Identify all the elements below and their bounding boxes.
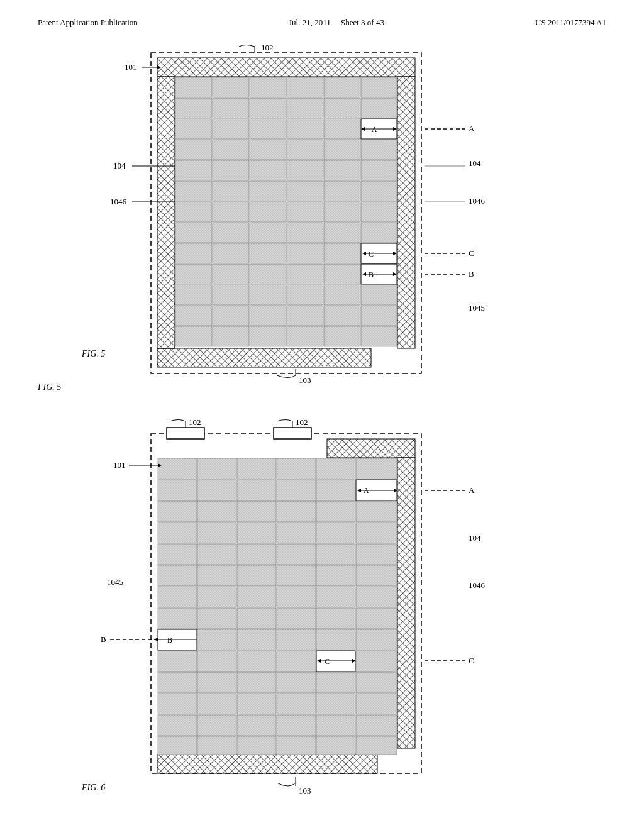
svg-rect-52 <box>287 181 323 201</box>
svg-rect-146 <box>237 480 276 501</box>
svg-text:C: C <box>469 248 474 258</box>
svg-rect-88 <box>213 285 249 305</box>
svg-rect-224 <box>237 715 276 736</box>
svg-rect-27 <box>175 119 212 139</box>
svg-rect-187 <box>277 608 316 629</box>
svg-rect-102 <box>287 326 323 346</box>
figure-6-block: A <box>75 415 566 811</box>
svg-rect-71 <box>324 243 360 263</box>
svg-rect-231 <box>277 736 316 755</box>
svg-rect-148 <box>316 480 355 501</box>
svg-rect-177 <box>356 565 397 586</box>
svg-rect-20 <box>361 77 397 97</box>
svg-rect-50 <box>213 181 249 201</box>
svg-rect-147 <box>277 480 316 501</box>
svg-text:C: C <box>469 656 474 665</box>
svg-rect-41 <box>324 140 360 160</box>
svg-rect-180 <box>237 587 276 607</box>
patent-header: Patent Application Publication Jul. 21, … <box>0 0 644 34</box>
svg-text:B: B <box>101 634 106 644</box>
svg-rect-79 <box>250 264 286 284</box>
svg-rect-230 <box>237 736 276 755</box>
svg-rect-133 <box>327 439 415 458</box>
svg-rect-17 <box>250 77 286 97</box>
fig5-diagram: cells A <box>75 40 566 401</box>
svg-text:B: B <box>167 636 172 645</box>
svg-rect-217 <box>197 694 236 714</box>
svg-rect-13 <box>157 77 175 348</box>
svg-rect-188 <box>316 608 355 629</box>
svg-rect-67 <box>175 243 212 263</box>
svg-rect-101 <box>250 326 286 346</box>
svg-rect-162 <box>237 523 276 543</box>
svg-rect-174 <box>237 565 276 586</box>
svg-rect-96 <box>287 306 323 326</box>
svg-rect-233 <box>356 736 397 755</box>
svg-rect-65 <box>324 223 360 243</box>
fig5-label: FIG. 5 <box>38 382 61 392</box>
svg-text:A: A <box>469 124 475 133</box>
svg-rect-229 <box>197 736 236 755</box>
svg-rect-155 <box>197 501 236 522</box>
svg-rect-168 <box>237 544 276 565</box>
svg-rect-26 <box>361 98 397 118</box>
svg-rect-172 <box>158 565 197 586</box>
svg-rect-182 <box>316 587 355 607</box>
svg-rect-59 <box>324 202 360 222</box>
svg-rect-159 <box>356 501 397 522</box>
svg-rect-209 <box>356 651 397 672</box>
svg-rect-68 <box>213 243 249 263</box>
svg-text:C: C <box>369 250 374 258</box>
svg-rect-161 <box>197 523 236 543</box>
svg-rect-22 <box>213 98 249 118</box>
header-sheet: Sheet 3 of 43 <box>341 18 384 27</box>
svg-rect-218 <box>237 694 276 714</box>
svg-rect-216 <box>158 694 197 714</box>
svg-rect-157 <box>277 501 316 522</box>
svg-rect-53 <box>324 181 360 201</box>
svg-rect-145 <box>197 480 236 501</box>
svg-rect-66 <box>361 223 397 243</box>
svg-rect-137 <box>274 428 311 439</box>
svg-text:104: 104 <box>469 533 481 543</box>
svg-rect-203 <box>277 651 316 672</box>
svg-rect-134 <box>397 458 415 748</box>
svg-rect-29 <box>250 119 286 139</box>
svg-rect-37 <box>175 140 212 160</box>
svg-rect-69 <box>250 243 286 263</box>
svg-rect-14 <box>397 77 415 348</box>
header-date: Jul. 21, 2011 <box>289 18 331 27</box>
svg-rect-140 <box>237 458 276 479</box>
svg-rect-189 <box>356 608 397 629</box>
svg-rect-138 <box>158 458 197 479</box>
svg-rect-100 <box>213 326 249 346</box>
svg-rect-160 <box>158 523 197 543</box>
svg-rect-38 <box>213 140 249 160</box>
svg-rect-228 <box>158 736 197 755</box>
svg-text:B: B <box>469 269 474 279</box>
svg-rect-158 <box>316 501 355 522</box>
svg-rect-51 <box>250 181 286 201</box>
svg-rect-11 <box>157 58 415 77</box>
svg-rect-54 <box>361 181 397 201</box>
svg-rect-19 <box>324 77 360 97</box>
svg-rect-18 <box>287 77 323 97</box>
svg-rect-95 <box>250 306 286 326</box>
svg-rect-55 <box>175 202 212 222</box>
svg-rect-173 <box>197 565 236 586</box>
svg-rect-183 <box>356 587 397 607</box>
svg-rect-142 <box>316 458 355 479</box>
svg-rect-181 <box>277 587 316 607</box>
svg-rect-141 <box>277 458 316 479</box>
svg-rect-39 <box>250 140 286 160</box>
svg-rect-49 <box>175 181 212 201</box>
svg-rect-163 <box>277 523 316 543</box>
svg-rect-12 <box>157 348 371 367</box>
svg-rect-213 <box>277 672 316 693</box>
svg-text:104: 104 <box>469 158 481 168</box>
svg-rect-215 <box>356 672 397 693</box>
svg-rect-169 <box>277 544 316 565</box>
svg-rect-24 <box>287 98 323 118</box>
svg-rect-171 <box>356 544 397 565</box>
header-center: Jul. 21, 2011 Sheet 3 of 43 <box>289 18 384 28</box>
